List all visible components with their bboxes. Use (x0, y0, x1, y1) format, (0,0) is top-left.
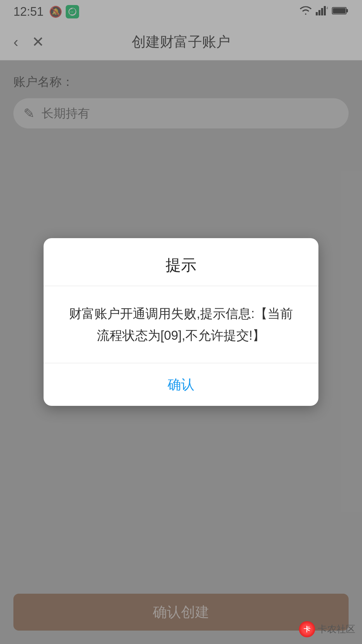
modal-header: 提示 (44, 238, 318, 286)
modal-overlay: 提示 财富账户开通调用失败,提示信息:【当前流程状态为[09],不允许提交!】 … (0, 0, 362, 644)
modal-body: 财富账户开通调用失败,提示信息:【当前流程状态为[09],不允许提交!】 (44, 286, 318, 363)
modal-title: 提示 (166, 256, 196, 274)
watermark: 卡 卡农社区 (299, 621, 355, 637)
modal-message: 财富账户开通调用失败,提示信息:【当前流程状态为[09],不允许提交!】 (64, 303, 298, 346)
watermark-logo-text: 卡 (304, 625, 310, 634)
watermark-logo: 卡 (299, 621, 315, 637)
alert-dialog: 提示 财富账户开通调用失败,提示信息:【当前流程状态为[09],不允许提交!】 … (44, 238, 318, 406)
modal-confirm-button[interactable]: 确认 (44, 363, 318, 406)
confirm-label: 确认 (168, 377, 194, 392)
watermark-text: 卡农社区 (318, 623, 355, 636)
